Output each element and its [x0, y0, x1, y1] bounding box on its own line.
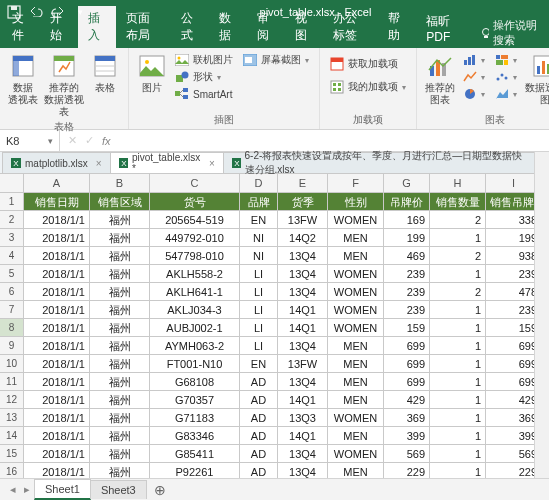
table-cell[interactable]: 13FW [278, 211, 328, 228]
save-icon[interactable] [6, 4, 22, 20]
column-header[interactable]: D [240, 174, 278, 192]
row-header[interactable]: 13 [0, 409, 24, 426]
table-cell[interactable]: 福州 [90, 283, 150, 300]
table-cell[interactable]: LI [240, 301, 278, 318]
table-header-cell[interactable]: 销售吊牌额 [486, 193, 542, 210]
table-cell[interactable]: MEN [328, 229, 384, 246]
table-cell[interactable]: 福州 [90, 409, 150, 426]
row-header[interactable]: 12 [0, 391, 24, 408]
table-header-cell[interactable]: 销售区域 [90, 193, 150, 210]
chart-type-1[interactable]: ▾ [459, 52, 489, 68]
table-cell[interactable]: 569 [384, 445, 430, 462]
table-cell[interactable]: MEN [328, 247, 384, 264]
table-cell[interactable]: AD [240, 373, 278, 390]
table-cell[interactable]: 13Q3 [278, 409, 328, 426]
table-cell[interactable]: WOMEN [328, 283, 384, 300]
redo-icon[interactable] [50, 4, 66, 20]
table-header-cell[interactable]: 性别 [328, 193, 384, 210]
table-header-cell[interactable]: 销售数量 [430, 193, 486, 210]
pictures-button[interactable]: 图片 [135, 50, 169, 94]
table-cell[interactable]: 569 [486, 445, 542, 462]
ribbon-tab-3[interactable]: 页面布局 [116, 6, 172, 48]
close-icon[interactable]: × [209, 158, 215, 169]
table-cell[interactable]: 13Q4 [278, 373, 328, 390]
workbook-tab[interactable]: X6-2-将报表快速设置成按年、季度、月进行汇总—日期型数据快速分组.xlsx× [223, 152, 549, 173]
ribbon-tab-5[interactable]: 数据 [209, 6, 247, 48]
row-header[interactable]: 4 [0, 247, 24, 264]
table-cell[interactable]: AKLH641-1 [150, 283, 240, 300]
ribbon-tab-7[interactable]: 视图 [285, 6, 323, 48]
table-cell[interactable]: 2018/1/1 [24, 265, 90, 282]
table-cell[interactable]: 福州 [90, 247, 150, 264]
online-pictures-button[interactable]: 联机图片 [171, 52, 237, 68]
table-cell[interactable]: 2018/1/1 [24, 283, 90, 300]
qat-dropdown-icon[interactable]: ▾ [72, 4, 88, 20]
table-cell[interactable]: LI [240, 283, 278, 300]
table-cell[interactable]: WOMEN [328, 301, 384, 318]
table-cell[interactable]: 159 [384, 319, 430, 336]
smartart-button[interactable]: SmartArt [171, 86, 237, 102]
row-header[interactable]: 15 [0, 445, 24, 462]
row-header[interactable]: 8 [0, 319, 24, 336]
table-cell[interactable]: 699 [486, 373, 542, 390]
table-cell[interactable]: NI [240, 247, 278, 264]
column-header[interactable]: I [486, 174, 542, 192]
sheet-tab[interactable]: Sheet1 [34, 479, 91, 500]
table-cell[interactable]: 14Q1 [278, 427, 328, 444]
sheet-nav-next-icon[interactable]: ▸ [20, 483, 34, 496]
table-cell[interactable]: 2018/1/1 [24, 211, 90, 228]
table-cell[interactable]: NI [240, 229, 278, 246]
name-box[interactable]: K8▾ [0, 130, 60, 151]
chart-type-4[interactable]: ▾ [491, 52, 521, 68]
row-header[interactable]: 7 [0, 301, 24, 318]
table-header-cell[interactable]: 货号 [150, 193, 240, 210]
table-cell[interactable]: MEN [328, 427, 384, 444]
table-cell[interactable]: 547798-010 [150, 247, 240, 264]
table-cell[interactable]: MEN [328, 337, 384, 354]
table-cell[interactable]: AD [240, 445, 278, 462]
table-cell[interactable]: MEN [328, 355, 384, 372]
table-cell[interactable]: 13Q4 [278, 247, 328, 264]
recommended-charts-button[interactable]: 推荐的 图表 [423, 50, 457, 106]
chart-type-6[interactable]: ▾ [491, 86, 521, 102]
table-cell[interactable]: 福州 [90, 391, 150, 408]
table-cell[interactable]: 469 [384, 247, 430, 264]
table-header-cell[interactable]: 货季 [278, 193, 328, 210]
workbook-tab[interactable]: Xpivot_table.xlsx *× [110, 152, 224, 173]
table-button[interactable]: 表格 [88, 50, 122, 94]
table-cell[interactable]: FT001-N10 [150, 355, 240, 372]
table-cell[interactable]: 1 [430, 229, 486, 246]
column-header[interactable]: A [24, 174, 90, 192]
table-cell[interactable]: 938 [486, 247, 542, 264]
ribbon-tab-9[interactable]: 帮助 [378, 6, 416, 48]
table-cell[interactable]: G70357 [150, 391, 240, 408]
my-addins-button[interactable]: 我的加载项 ▾ [326, 79, 410, 95]
row-header[interactable]: 14 [0, 427, 24, 444]
table-cell[interactable]: AKLH558-2 [150, 265, 240, 282]
table-cell[interactable]: 369 [384, 409, 430, 426]
table-cell[interactable]: 239 [384, 301, 430, 318]
table-cell[interactable]: 1 [430, 265, 486, 282]
table-cell[interactable]: WOMEN [328, 319, 384, 336]
ribbon-tab-10[interactable]: 福昕PDF [416, 9, 472, 48]
ribbon-tab-8[interactable]: 办公标签 [323, 6, 379, 48]
table-cell[interactable]: 369 [486, 409, 542, 426]
table-cell[interactable]: 239 [384, 265, 430, 282]
table-cell[interactable]: G85411 [150, 445, 240, 462]
table-cell[interactable]: 1 [430, 427, 486, 444]
row-header[interactable]: 5 [0, 265, 24, 282]
table-cell[interactable]: 1 [430, 409, 486, 426]
table-cell[interactable]: 169 [384, 211, 430, 228]
table-cell[interactable]: AD [240, 409, 278, 426]
table-cell[interactable]: EN [240, 211, 278, 228]
table-cell[interactable]: 2018/1/1 [24, 427, 90, 444]
table-cell[interactable]: 1 [430, 319, 486, 336]
row-header[interactable]: 11 [0, 373, 24, 390]
ribbon-tab-4[interactable]: 公式 [171, 6, 209, 48]
table-cell[interactable]: 福州 [90, 229, 150, 246]
table-cell[interactable]: 699 [486, 355, 542, 372]
new-sheet-button[interactable]: ⊕ [146, 482, 174, 498]
table-cell[interactable]: MEN [328, 373, 384, 390]
table-cell[interactable]: AD [240, 427, 278, 444]
chevron-down-icon[interactable]: ▾ [48, 136, 53, 146]
